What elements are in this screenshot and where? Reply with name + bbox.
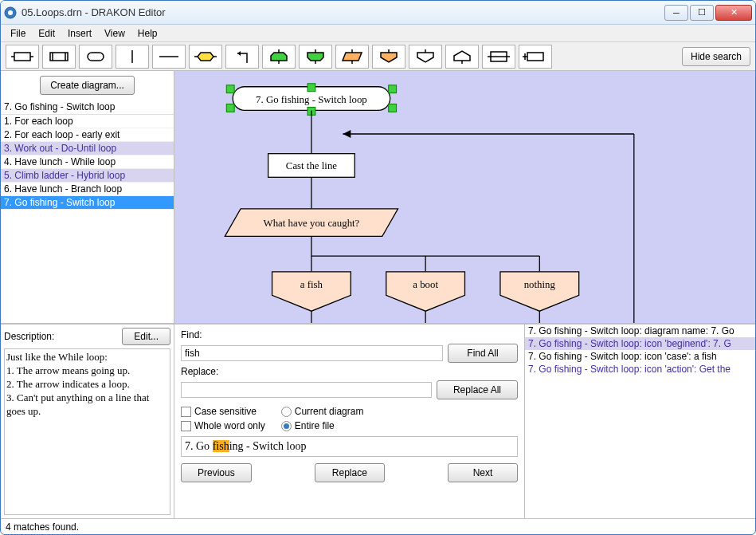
window-title: 05.Loops.drn - DRAKON Editor: [22, 6, 664, 18]
svg-marker-60: [500, 272, 579, 311]
diagram-item[interactable]: 3. Work out - Do-Until loop: [1, 142, 174, 155]
tool-vertical-icon[interactable]: [116, 45, 149, 69]
hide-search-button[interactable]: Hide search: [682, 47, 750, 66]
tool-address-icon[interactable]: [445, 45, 479, 69]
svg-marker-47: [343, 130, 351, 138]
description-text: Just like the While loop: 1. The arrow m…: [4, 348, 170, 515]
window-controls: ─ ☐ ✕: [664, 5, 752, 21]
tool-arrow-icon[interactable]: [225, 45, 259, 69]
search-panel: Find: Find All Replace: Replace All Case…: [174, 325, 524, 518]
svg-marker-28: [454, 51, 470, 61]
tool-loopstart-icon[interactable]: [262, 45, 296, 69]
main-area: Create diagram... 7. Go fishing - Switch…: [1, 71, 755, 323]
svg-rect-41: [226, 104, 234, 112]
tool-params-icon[interactable]: [519, 45, 552, 69]
svg-rect-8: [88, 53, 104, 61]
replace-label: Replace:: [181, 366, 518, 377]
previous-button[interactable]: Previous: [181, 463, 252, 482]
menu-help[interactable]: Help: [131, 26, 164, 41]
description-label: Description:: [4, 331, 122, 342]
sidebar: Create diagram... 7. Go fishing - Switch…: [1, 71, 174, 323]
canvas[interactable]: 7. Go fishing - Switch loop Cast the lin…: [174, 71, 755, 323]
diagram-item[interactable]: 6. Have lunch - Branch loop: [1, 183, 174, 196]
toolbar: Hide search: [1, 42, 755, 71]
close-button[interactable]: ✕: [715, 5, 752, 21]
tool-horizontal-icon[interactable]: [152, 45, 186, 69]
app-icon: [4, 6, 17, 19]
minimize-button[interactable]: ─: [664, 5, 688, 21]
svg-marker-15: [271, 53, 287, 61]
result-item[interactable]: 7. Go fishing - Switch loop: icon 'actio…: [525, 363, 755, 376]
tool-case-icon[interactable]: [372, 45, 405, 69]
canvas-case-2: nothing: [524, 279, 556, 290]
diagram-header: 7. Go fishing - Switch loop: [1, 100, 174, 115]
svg-marker-18: [307, 53, 323, 61]
svg-rect-34: [527, 53, 543, 61]
description-panel: Description: Edit... Just like the While…: [1, 325, 174, 518]
svg-marker-21: [343, 53, 362, 61]
app-window: 05.Loops.drn - DRAKON Editor ─ ☐ ✕ File …: [0, 0, 756, 535]
menu-file[interactable]: File: [4, 26, 32, 41]
tool-insertion-icon[interactable]: [42, 45, 76, 69]
diagram-list[interactable]: 1. For each loop2. For each loop - early…: [1, 115, 174, 323]
find-all-button[interactable]: Find All: [448, 344, 518, 363]
svg-marker-11: [198, 53, 213, 61]
diagram-item[interactable]: 1. For each loop: [1, 115, 174, 128]
tool-beginend-icon[interactable]: [79, 45, 112, 69]
canvas-case-0: a fish: [300, 279, 323, 290]
create-diagram-button[interactable]: Create diagram...: [40, 76, 135, 95]
diagram-item[interactable]: 7. Go fishing - Switch loop: [1, 196, 174, 210]
result-item[interactable]: 7. Go fishing - Switch loop: icon 'begin…: [525, 337, 755, 350]
status-text: 4 matches found.: [6, 521, 79, 533]
tool-branch-icon[interactable]: [409, 45, 442, 69]
current-match: 7. Go fishing - Switch loop: [181, 436, 518, 457]
find-input[interactable]: [181, 345, 443, 361]
replace-all-button[interactable]: Replace All: [437, 380, 518, 399]
search-results[interactable]: 7. Go fishing - Switch loop: diagram nam…: [524, 325, 755, 518]
tool-shelf-icon[interactable]: [482, 45, 515, 69]
canvas-action: Cast the line: [286, 160, 337, 171]
current-diagram-radio[interactable]: Current diagram: [281, 406, 364, 417]
edit-description-button[interactable]: Edit...: [122, 328, 170, 345]
svg-rect-40: [389, 85, 397, 93]
diagram-item[interactable]: 5. Climb ladder - Hybrid loop: [1, 169, 174, 183]
menu-edit[interactable]: Edit: [32, 26, 61, 41]
find-label: Find:: [181, 329, 518, 340]
entire-file-radio[interactable]: Entire file: [281, 420, 364, 431]
svg-marker-24: [381, 53, 397, 62]
svg-marker-56: [272, 272, 351, 311]
bottom-panel: Description: Edit... Just like the While…: [1, 323, 755, 518]
svg-point-1: [8, 10, 13, 15]
canvas-question: What have you caught?: [264, 218, 360, 229]
next-button[interactable]: Next: [448, 463, 518, 482]
svg-rect-2: [14, 53, 30, 61]
maximize-button[interactable]: ☐: [690, 5, 714, 21]
canvas-title: 7. Go fishing - Switch loop: [256, 94, 367, 105]
statusbar: 4 matches found.: [1, 518, 755, 534]
menubar: File Edit Insert View Help: [1, 25, 755, 42]
svg-rect-38: [226, 85, 234, 93]
case-sensitive-checkbox[interactable]: Case sensitive: [181, 406, 265, 417]
result-item[interactable]: 7. Go fishing - Switch loop: icon 'case'…: [525, 350, 755, 363]
tool-loopend-icon[interactable]: [299, 45, 332, 69]
replace-button[interactable]: Replace: [315, 463, 385, 482]
canvas-case-1: a boot: [413, 279, 438, 290]
svg-marker-26: [417, 53, 433, 62]
tool-if-icon[interactable]: [189, 45, 222, 69]
replace-input[interactable]: [181, 382, 432, 398]
menu-insert[interactable]: Insert: [61, 26, 98, 41]
svg-marker-14: [237, 51, 241, 56]
whole-word-checkbox[interactable]: Whole word only: [181, 420, 265, 431]
menu-view[interactable]: View: [98, 26, 131, 41]
tool-action-icon[interactable]: [6, 45, 39, 69]
svg-rect-39: [307, 84, 315, 92]
diagram-item[interactable]: 2. For each loop - early exit: [1, 128, 174, 142]
diagram-item[interactable]: 4. Have lunch - While loop: [1, 155, 174, 169]
tool-select-icon[interactable]: [335, 45, 369, 69]
result-item[interactable]: 7. Go fishing - Switch loop: diagram nam…: [525, 325, 755, 337]
titlebar: 05.Loops.drn - DRAKON Editor ─ ☐ ✕: [1, 1, 755, 25]
svg-marker-58: [386, 272, 465, 311]
svg-rect-43: [389, 104, 397, 112]
